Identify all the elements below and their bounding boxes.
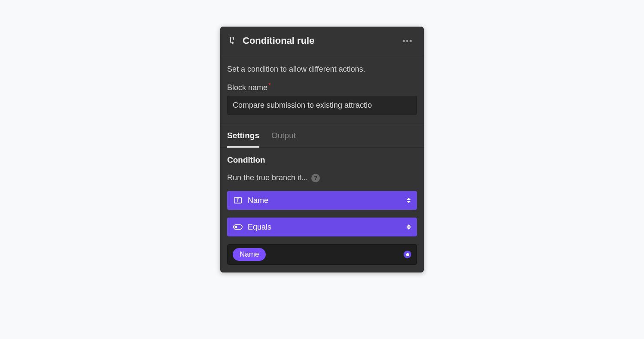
dot-icon xyxy=(410,40,412,42)
help-icon[interactable]: ? xyxy=(311,174,320,182)
panel-header: Conditional rule xyxy=(220,27,424,56)
more-menu-button[interactable] xyxy=(400,37,414,45)
dot-icon xyxy=(403,40,405,42)
sort-caret-icon xyxy=(407,198,411,203)
intro-description: Set a condition to allow different actio… xyxy=(227,65,417,74)
svg-point-0 xyxy=(230,37,231,38)
block-name-input[interactable] xyxy=(233,101,411,110)
comparator-selector-label: Equals xyxy=(248,223,271,232)
condition-title: Condition xyxy=(227,155,417,165)
condition-hint: Run the true branch if... xyxy=(227,173,308,182)
toggle-icon xyxy=(233,222,243,232)
header-title-group: Conditional rule xyxy=(228,35,314,46)
condition-section: Condition Run the true branch if... ? Na… xyxy=(220,148,424,272)
panel-title: Conditional rule xyxy=(243,35,314,46)
tabs: Settings Output xyxy=(220,124,424,148)
comparator-selector[interactable]: Equals xyxy=(227,218,417,236)
value-indicator-dot[interactable] xyxy=(404,251,411,258)
block-name-input-wrap[interactable] xyxy=(227,96,417,115)
field-selector-left: Name xyxy=(233,196,268,205)
value-input-row[interactable]: Name xyxy=(227,244,417,265)
conditional-rule-panel: Conditional rule Set a condition to allo… xyxy=(220,27,424,272)
field-selector[interactable]: Name xyxy=(227,191,417,210)
value-indicator-inner xyxy=(406,253,409,256)
dot-icon xyxy=(406,40,408,42)
svg-point-1 xyxy=(233,37,234,38)
svg-point-4 xyxy=(234,226,237,228)
tab-settings[interactable]: Settings xyxy=(227,131,259,148)
required-asterisk: * xyxy=(268,83,271,88)
value-token-pill[interactable]: Name xyxy=(233,248,266,261)
condition-hint-row: Run the true branch if... ? xyxy=(227,173,417,182)
block-name-label-text: Block name xyxy=(227,83,267,92)
tab-output[interactable]: Output xyxy=(271,131,296,147)
comparator-selector-left: Equals xyxy=(233,222,271,232)
field-selector-label: Name xyxy=(248,196,268,205)
branch-icon xyxy=(228,36,237,45)
text-field-icon xyxy=(233,196,243,205)
panel-intro: Set a condition to allow different actio… xyxy=(220,56,424,124)
block-name-label: Block name * xyxy=(227,83,417,92)
sort-caret-icon xyxy=(407,224,411,230)
